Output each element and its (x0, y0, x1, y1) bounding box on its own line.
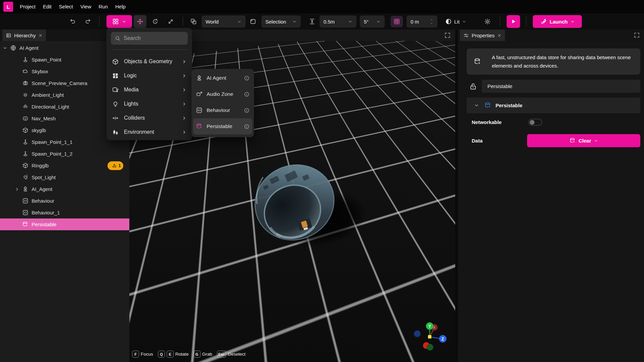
submenu-item-ai-agent[interactable]: AI Agent (193, 70, 252, 86)
hierarchy-item-label: skyglb (32, 127, 46, 133)
bulb-icon (112, 100, 119, 108)
properties-tab[interactable]: Properties (460, 30, 505, 41)
hierarchy-tab-label: Hierarchy (14, 33, 36, 38)
rotate-snap-value: 5° (364, 19, 369, 25)
selection-mode-select[interactable]: Selection (261, 15, 301, 28)
redo-button[interactable] (83, 16, 92, 27)
menubar-item-view[interactable]: View (77, 0, 95, 13)
screen-mode-button[interactable] (248, 16, 258, 27)
warning-badge[interactable]: 1 (108, 161, 123, 170)
networkable-toggle[interactable] (528, 119, 542, 126)
spawn-icon (22, 56, 29, 63)
spawn-icon (22, 151, 29, 157)
add-menu-category-logic[interactable]: Logic (106, 69, 192, 83)
rocket-icon (540, 18, 547, 25)
clear-data-button[interactable]: Clear (527, 134, 640, 147)
search-box[interactable] (111, 32, 188, 45)
app-logo[interactable]: L (3, 2, 13, 12)
add-menu-category-colliders[interactable]: Colliders (106, 111, 192, 125)
add-menu-category-lights[interactable]: Lights (106, 97, 192, 111)
panel-divider[interactable] (455, 30, 458, 362)
expander-right-icon[interactable] (14, 186, 20, 192)
hierarchy-item-spot-light[interactable]: Spot_Light (0, 171, 129, 183)
info-icon[interactable] (244, 124, 250, 129)
close-icon[interactable] (497, 33, 502, 38)
hierarchy-item-ringglb[interactable]: Ringglb1 (0, 160, 129, 171)
close-icon[interactable] (38, 33, 43, 38)
axis-neg-z[interactable] (414, 330, 421, 337)
toolbar: World Selection 0.5m 5° 0 m Lit (0, 13, 644, 30)
stepper-arrows[interactable] (430, 18, 433, 25)
hierarchy-item-persistable[interactable]: Persistable (0, 218, 129, 230)
grid-snap-button[interactable] (391, 16, 403, 27)
lock-open-icon[interactable] (469, 82, 477, 91)
hierarchy-item-spawn-point-1-2[interactable]: Spawn_Point_1_2 (0, 148, 129, 160)
world-space-select[interactable]: World (202, 15, 246, 28)
hierarchy-item-label: Ambient_Light (32, 92, 64, 98)
info-icon[interactable] (244, 108, 250, 113)
gizmo-center[interactable] (428, 335, 431, 338)
chevron-up-icon (430, 18, 433, 21)
viewport-expand-icon[interactable] (444, 32, 451, 39)
category-label: Colliders (124, 115, 145, 121)
launch-button[interactable]: Launch (533, 15, 582, 28)
rotate-tool-button[interactable] (149, 16, 161, 27)
persistable-section-header[interactable]: Persistable (467, 97, 640, 113)
logic-submenu: AI AgentAudio ZoneBehaviourPersistable (191, 69, 254, 137)
ring-object[interactable] (251, 159, 339, 247)
info-icon[interactable] (244, 91, 250, 97)
menubar-item-help[interactable]: Help (112, 0, 129, 13)
menubar-item-edit[interactable]: Edit (39, 0, 55, 13)
info-icon[interactable] (244, 75, 250, 81)
add-menu-category-environment[interactable]: Environment (106, 125, 192, 139)
transform-space-button[interactable] (188, 16, 199, 27)
submenu-item-persistable[interactable]: Persistable (193, 118, 252, 134)
properties-expand-icon[interactable] (634, 32, 640, 38)
elevation-stepper[interactable]: 0 m (406, 15, 437, 28)
hierarchy-item-ai-agent[interactable]: AI_Agent (0, 183, 129, 195)
hint-rotate: QERotate (158, 351, 191, 358)
submenu-item-audio-zone[interactable]: Audio Zone (193, 86, 252, 102)
axis-neg-y[interactable] (427, 344, 433, 351)
hierarchy-item-label: AI Agent (19, 45, 39, 51)
name-field[interactable]: Persistable (482, 80, 640, 93)
submenu-item-behaviour[interactable]: Behaviour (193, 102, 252, 118)
hierarchy-item-label: AI_Agent (32, 186, 52, 192)
toolbar-divider (500, 17, 500, 26)
properties-tab-label: Properties (472, 33, 495, 38)
vertical-snap-button[interactable] (307, 16, 317, 27)
settings-button[interactable] (483, 16, 492, 27)
undo-button[interactable] (68, 16, 78, 27)
hierarchy-item-behaviour-1[interactable]: Behaviour_1 (0, 207, 129, 218)
category-label: Logic (124, 73, 137, 79)
add-menu-category-objects-geometry[interactable]: Objects & Geometry (106, 54, 192, 69)
menubar-item-run[interactable]: Run (95, 0, 112, 13)
play-icon (510, 18, 517, 25)
chevron-down-icon (348, 19, 352, 24)
chevron-down-icon (462, 19, 466, 24)
move-tool-button[interactable] (134, 15, 146, 28)
chevron-right-icon (182, 102, 187, 107)
key-q: Q (158, 351, 165, 358)
database-icon (569, 137, 576, 144)
hierarchy-tab[interactable]: Hierarchy (2, 30, 46, 41)
gear-icon (484, 18, 491, 25)
data-label: Data (472, 138, 483, 144)
menubar-item-select[interactable]: Select (55, 0, 77, 13)
expander-down-icon[interactable] (2, 45, 8, 51)
axis-gizmo[interactable]: X Y Z (413, 321, 449, 353)
shading-mode-select[interactable]: Lit (445, 15, 466, 28)
add-menu-category-media[interactable]: Media (106, 83, 192, 97)
move-snap-select[interactable]: 0.5m (319, 15, 356, 28)
rotate-snap-select[interactable]: 5° (360, 15, 385, 28)
hierarchy-item-behaviour[interactable]: Behaviour (0, 195, 129, 207)
add-object-button[interactable] (106, 15, 132, 28)
menubar-item-project[interactable]: Project (16, 0, 39, 13)
play-button[interactable] (507, 15, 520, 28)
key-e: E (167, 351, 174, 358)
search-input[interactable] (124, 35, 177, 41)
scale-tool-button[interactable] (165, 16, 177, 27)
svg-text:Y: Y (428, 324, 431, 329)
cube-icon (22, 127, 29, 133)
chevron-right-icon (182, 59, 187, 64)
